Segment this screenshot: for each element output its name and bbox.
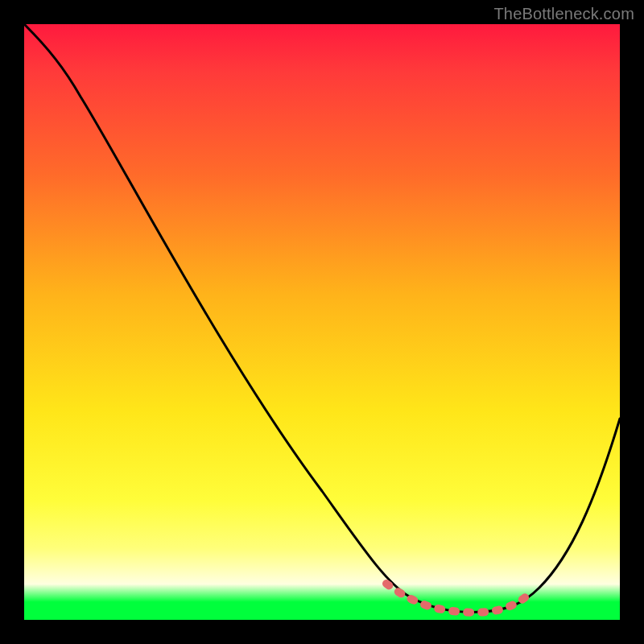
watermark-text: TheBottleneck.com <box>493 5 634 23</box>
bottleneck-curve <box>24 24 620 612</box>
highlight-segment <box>386 584 527 613</box>
chart-svg <box>24 24 620 620</box>
chart-plot-area <box>24 24 620 620</box>
